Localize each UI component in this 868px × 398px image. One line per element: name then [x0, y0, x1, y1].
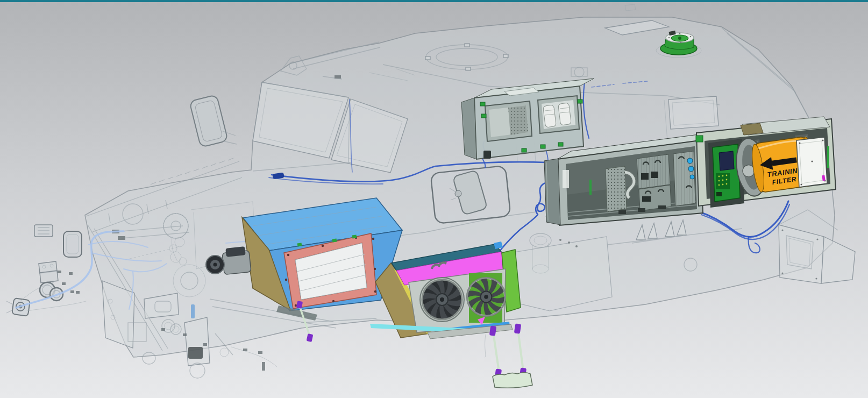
equipment-modules[interactable]	[637, 151, 695, 211]
lid-block-khaki	[741, 123, 763, 135]
chip-black	[719, 151, 734, 170]
cabinet-green-strip	[589, 180, 592, 195]
box-window-left[interactable]	[485, 101, 532, 141]
window-top-edge	[0, 0, 868, 2]
perforated-panel	[606, 166, 627, 212]
spare-filter-box-white[interactable]	[796, 137, 829, 187]
side-window-rear[interactable]	[668, 96, 718, 129]
pressure-gauges[interactable]	[40, 282, 63, 301]
cabinet-white-panel	[563, 170, 569, 188]
mount-block-green	[696, 136, 703, 142]
cad-3d-viewport[interactable]: TRAINING FILTER	[0, 0, 868, 398]
step-plate[interactable]	[493, 373, 532, 388]
front-mirror-plate[interactable]	[63, 231, 82, 257]
step-assembly[interactable]	[489, 323, 532, 388]
step-rods	[494, 333, 523, 372]
box-window-right[interactable]	[538, 96, 579, 133]
exploded-small-parts-left[interactable]	[6, 225, 86, 316]
mirror-left[interactable]	[189, 95, 237, 147]
fan-left[interactable]	[420, 278, 464, 322]
box-connector-dark	[483, 151, 491, 159]
cad-application-window: TRAINING FILTER	[0, 0, 868, 398]
